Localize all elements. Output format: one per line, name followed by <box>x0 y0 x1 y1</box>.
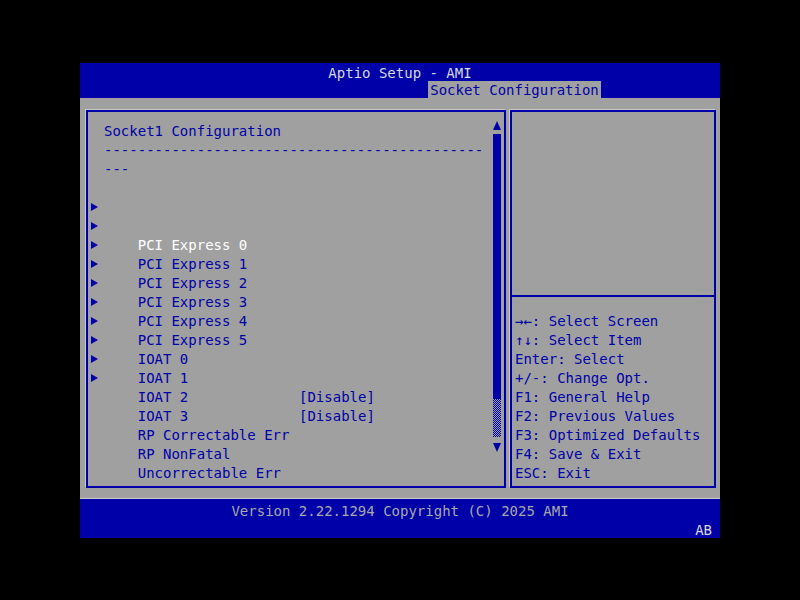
blank-row <box>88 179 504 198</box>
help-line: F2: Previous Values <box>515 407 714 426</box>
help-panel: →←: Select Screen↑↓: Select ItemEnter: S… <box>510 110 716 488</box>
menu-item[interactable]: IOAT 0 <box>88 312 504 331</box>
help-line: Enter: Select <box>515 350 714 369</box>
help-line: ESC: Exit <box>515 464 714 483</box>
menu-panel: Socket1 Configuration ------------------… <box>86 110 506 488</box>
menu-item[interactable]: PCI Express 3 <box>88 255 504 274</box>
page-title: Aptio Setup - AMI <box>80 65 720 81</box>
title-bar: Aptio Setup - AMI <box>80 63 720 98</box>
menu-item[interactable]: PCI Express 1 <box>88 217 504 236</box>
menu-item[interactable]: IOAT 2 <box>88 350 504 369</box>
help-separator <box>512 295 714 297</box>
menu-item[interactable]: Uncorrectable Err <box>88 426 504 445</box>
bios-stage: Aptio Setup - AMI Socket Configuration S… <box>0 0 800 600</box>
submenu-arrow-icon <box>91 298 98 306</box>
section-heading: Socket1 Configuration <box>88 122 504 141</box>
bottom-black-strip <box>80 538 720 540</box>
menu-rows: Socket1 Configuration ------------------… <box>88 112 504 486</box>
menu-item[interactable]: PCI Express 0 <box>88 198 504 217</box>
footer-bar: Version 2.22.1294 Copyright (C) 2025 AMI… <box>80 498 720 538</box>
menu-item[interactable]: RP NonFatal [Disable] <box>88 407 504 426</box>
submenu-arrow-icon <box>91 336 98 344</box>
help-key-list: →←: Select Screen↑↓: Select ItemEnter: S… <box>515 312 714 483</box>
scroll-down-icon[interactable] <box>493 443 501 452</box>
menu-item-label: RP NonFatal <box>138 446 231 462</box>
separator-line: --- <box>88 160 504 179</box>
bios-screen: Aptio Setup - AMI Socket Configuration S… <box>80 60 720 540</box>
menu-item[interactable]: PCI Express 5 <box>88 293 504 312</box>
menu-item[interactable]: IOAT 1 <box>88 331 504 350</box>
submenu-arrow-icon <box>91 241 98 249</box>
menu-item[interactable]: PCI Express 4 <box>88 274 504 293</box>
submenu-arrow-icon <box>91 374 98 382</box>
menu-item[interactable]: PCI Express 2 <box>88 236 504 255</box>
scrollbar[interactable] <box>493 121 502 453</box>
submenu-arrow-icon <box>91 355 98 363</box>
menu-item-label: Uncorrectable Err <box>138 465 281 481</box>
tab-socket-configuration[interactable]: Socket Configuration <box>428 81 601 99</box>
menu-item-value: [Disable] <box>299 388 375 407</box>
scroll-up-icon[interactable] <box>493 121 501 130</box>
scrollbar-track[interactable] <box>493 399 501 437</box>
corner-code: AB <box>695 522 712 538</box>
version-text: Version 2.22.1294 Copyright (C) 2025 AMI <box>80 503 720 519</box>
help-line: F4: Save & Exit <box>515 445 714 464</box>
submenu-arrow-icon <box>91 279 98 287</box>
submenu-arrow-icon <box>91 203 98 211</box>
help-line: ↑↓: Select Item <box>515 331 714 350</box>
submenu-arrow-icon <box>91 222 98 230</box>
help-line: F3: Optimized Defaults <box>515 426 714 445</box>
menu-item[interactable]: RP Correctable Err [Disable] <box>88 388 504 407</box>
scrollbar-thumb[interactable] <box>493 134 501 399</box>
help-line: F1: General Help <box>515 388 714 407</box>
submenu-arrow-icon <box>91 260 98 268</box>
help-line: +/-: Change Opt. <box>515 369 714 388</box>
submenu-arrow-icon <box>91 317 98 325</box>
menu-item-value: [Disable] <box>299 407 375 426</box>
help-line: →←: Select Screen <box>515 312 714 331</box>
menu-items: PCI Express 0 PCI Express 1 PCI Express … <box>88 198 504 445</box>
separator-line: ----------------------------------------… <box>88 141 504 160</box>
menu-item[interactable]: IOAT 3 <box>88 369 504 388</box>
